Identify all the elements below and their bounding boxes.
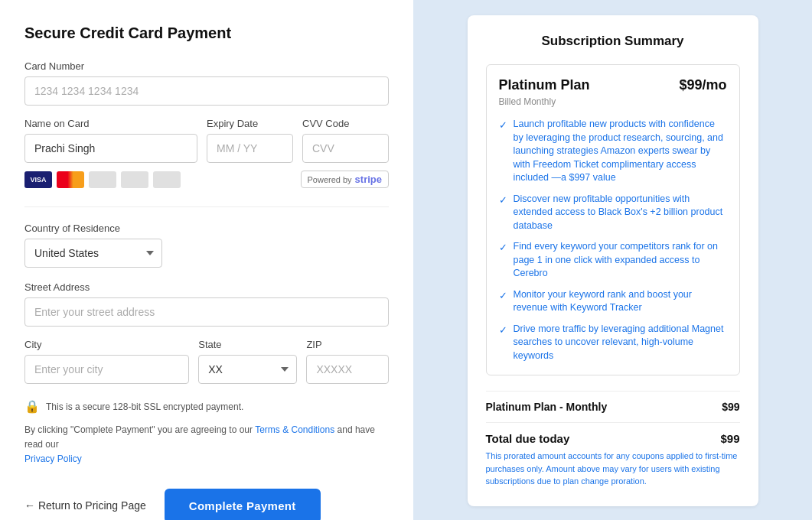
zip-input[interactable] bbox=[306, 355, 389, 384]
right-panel: Subscription Summary Platinum Plan $99/m… bbox=[413, 0, 812, 520]
return-to-pricing-link[interactable]: ← Return to Pricing Page bbox=[24, 499, 146, 512]
terms-row: By clicking "Complete Payment" you are a… bbox=[24, 423, 389, 467]
city-label: City bbox=[24, 339, 189, 350]
card-number-label: Card Number bbox=[24, 60, 389, 72]
expiry-date-input[interactable] bbox=[207, 134, 293, 163]
feature-item: ✓ Drive more traffic by leveraging addit… bbox=[499, 323, 727, 363]
check-icon-4: ✓ bbox=[499, 289, 507, 303]
feature-item: ✓ Monitor your keyword rank and boost yo… bbox=[499, 288, 727, 315]
name-on-card-label: Name on Card bbox=[24, 118, 197, 129]
visa-icon: VISA bbox=[24, 171, 52, 188]
card-icons: VISA bbox=[24, 171, 181, 188]
feature-text-1: Launch profitable new products with conf… bbox=[514, 118, 727, 185]
plan-header: Platinum Plan $99/mo bbox=[499, 77, 727, 93]
features-list: ✓ Launch profitable new products with co… bbox=[499, 118, 727, 362]
plan-name: Platinum Plan bbox=[499, 77, 590, 93]
ssl-text: This is a secure 128-bit SSL encrypted p… bbox=[46, 401, 243, 412]
stripe-badge: Powered by stripe bbox=[301, 171, 390, 188]
card-number-section: Card Number bbox=[24, 60, 389, 106]
check-icon-3: ✓ bbox=[499, 241, 507, 255]
expiry-date-label: Expiry Date bbox=[207, 118, 293, 129]
left-panel: Secure Credit Card Payment Card Number N… bbox=[0, 0, 413, 520]
name-field: Name on Card bbox=[24, 118, 197, 163]
terms-conditions-link[interactable]: Terms & Conditions bbox=[255, 424, 334, 435]
powered-by-label: Powered by bbox=[308, 175, 352, 184]
generic-card-icon-3 bbox=[153, 171, 181, 188]
proration-note: This prorated amount accounts for any co… bbox=[486, 450, 740, 488]
state-select[interactable]: XX ALAKAZAR CACOCTDE FLGAHIID ILINIAKS K… bbox=[198, 355, 297, 384]
feature-item: ✓ Find every keyword your competitors ra… bbox=[499, 240, 727, 281]
name-on-card-input[interactable] bbox=[24, 134, 197, 163]
country-section: Country of Residence United States Canad… bbox=[24, 223, 389, 268]
divider bbox=[24, 206, 389, 207]
check-icon-2: ✓ bbox=[499, 193, 507, 207]
summary-title: Subscription Summary bbox=[486, 34, 740, 49]
privacy-policy-link[interactable]: Privacy Policy bbox=[24, 453, 82, 464]
feature-text-3: Find every keyword your competitors rank… bbox=[514, 240, 727, 281]
country-select[interactable]: United States Canada United Kingdom Aust… bbox=[24, 239, 162, 268]
country-label: Country of Residence bbox=[24, 223, 389, 234]
zip-label: ZIP bbox=[306, 339, 389, 350]
plan-billing: Billed Monthly bbox=[499, 96, 727, 107]
total-value: $99 bbox=[720, 432, 739, 445]
page-title: Secure Credit Card Payment bbox=[24, 24, 389, 42]
plan-line-label: Platinum Plan - Monthly bbox=[486, 401, 608, 413]
total-line: Total due today $99 bbox=[486, 432, 740, 445]
street-address-section: Street Address bbox=[24, 281, 389, 327]
terms-text-1: By clicking "Complete Payment" you are a… bbox=[24, 424, 253, 435]
check-icon-5: ✓ bbox=[499, 323, 507, 337]
bottom-actions: ← Return to Pricing Page Complete Paymen… bbox=[24, 489, 389, 520]
card-icons-stripe-row: VISA Powered by stripe bbox=[24, 171, 389, 188]
cvv-input[interactable] bbox=[302, 134, 389, 163]
state-field: State XX ALAKAZAR CACOCTDE FLGAHIID ILIN… bbox=[198, 339, 297, 384]
name-expiry-cvv-row: Name on Card Expiry Date CVV Code bbox=[24, 118, 389, 163]
city-state-zip-row: City State XX ALAKAZAR CACOCTDE FLGAHIID… bbox=[24, 339, 389, 384]
generic-card-icon-2 bbox=[121, 171, 148, 188]
lock-icon: 🔒 bbox=[24, 399, 40, 414]
cvv-label: CVV Code bbox=[302, 118, 389, 129]
plan-summary-line: Platinum Plan - Monthly $99 bbox=[486, 391, 740, 422]
generic-card-icon-1 bbox=[89, 171, 116, 188]
city-field: City bbox=[24, 339, 189, 384]
total-label: Total due today bbox=[486, 432, 570, 445]
city-input[interactable] bbox=[24, 355, 189, 384]
plan-price: $99/mo bbox=[679, 77, 726, 93]
street-address-input[interactable] bbox=[24, 297, 389, 327]
state-label: State bbox=[198, 339, 297, 350]
summary-card: Subscription Summary Platinum Plan $99/m… bbox=[468, 15, 758, 506]
feature-item: ✓ Discover new profitable opportunities … bbox=[499, 193, 727, 233]
expiry-field: Expiry Date bbox=[207, 118, 293, 163]
plan-line-value: $99 bbox=[722, 401, 739, 413]
complete-payment-button[interactable]: Complete Payment bbox=[165, 489, 321, 520]
feature-text-4: Monitor your keyword rank and boost your… bbox=[514, 288, 727, 315]
total-section: Total due today $99 This prorated amount… bbox=[486, 422, 740, 488]
ssl-row: 🔒 This is a secure 128-bit SSL encrypted… bbox=[24, 399, 389, 414]
plan-box: Platinum Plan $99/mo Billed Monthly ✓ La… bbox=[486, 64, 740, 375]
check-icon-1: ✓ bbox=[499, 119, 507, 132]
feature-item: ✓ Launch profitable new products with co… bbox=[499, 118, 727, 185]
feature-text-2: Discover new profitable opportunities wi… bbox=[514, 193, 727, 233]
stripe-logo: stripe bbox=[355, 174, 382, 185]
mastercard-icon bbox=[57, 171, 84, 188]
zip-field: ZIP bbox=[306, 339, 389, 384]
feature-text-5: Drive more traffic by leveraging additio… bbox=[514, 323, 727, 363]
street-address-label: Street Address bbox=[24, 281, 389, 293]
cvv-field: CVV Code bbox=[302, 118, 389, 163]
card-number-input[interactable] bbox=[24, 76, 389, 106]
